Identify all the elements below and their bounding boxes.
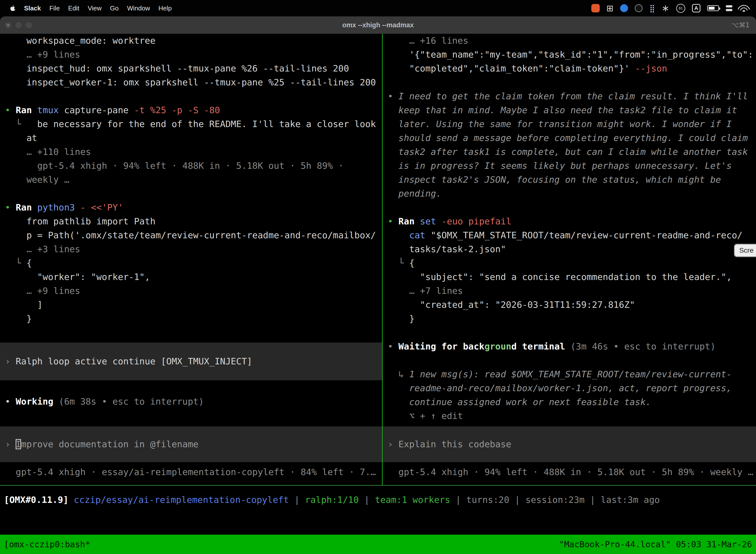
desktop: Slack FileEditViewGoWindowHelp ⊞⣿∗61 omx… <box>0 0 756 554</box>
menu-bar: Slack FileEditViewGoWindowHelp ⊞⣿∗61 <box>0 0 756 16</box>
ralph-loop-banner: › Ralph loop active continue [OMX_TMUX_I… <box>0 342 382 380</box>
terminal-line: • Ran tmux capture-pane -t %25 -p -S -80 <box>0 103 382 117</box>
terminal-line: tasks/task-2.json" <box>383 242 756 256</box>
terminal-line: from pathlib import Path <box>0 214 382 228</box>
scrollback-left: workspace_mode: worktree … +9 lines insp… <box>0 34 382 326</box>
screen-tooltip[interactable]: Scre <box>734 244 756 257</box>
text-tool-icon[interactable] <box>692 4 700 12</box>
terminal-line: … +110 lines <box>0 145 382 159</box>
tmux-status-bar: [omx-cczip0:bash* "MacBook-Pro-44.local"… <box>0 535 756 554</box>
tmux-panes: workspace_mode: worktree … +9 lines insp… <box>0 34 756 485</box>
title-bar[interactable]: omx --xhigh --madmax ⌥⌘1 <box>0 16 756 34</box>
battery-icon[interactable] <box>707 5 719 11</box>
blue-app-icon[interactable] <box>620 4 628 12</box>
apple-menu-icon[interactable] <box>5 4 20 12</box>
menu-items: FileEditViewGoWindowHelp <box>45 4 176 12</box>
terminal-line: • Waiting for background terminal (3m 46… <box>383 340 756 353</box>
pane-border-horizontal <box>0 485 756 486</box>
terminal-line: } <box>383 312 756 326</box>
status-icons: ⊞⣿∗61 <box>591 3 751 14</box>
terminal-line: inspect_hud: omx sparkshell --tmux-pane … <box>0 62 382 75</box>
menu-item-go[interactable]: Go <box>106 4 123 12</box>
terminal-line: • Ran set -euo pipefail <box>383 214 756 228</box>
scrollback-right: … +16 lines '{"team_name":"my-team","tas… <box>383 34 756 423</box>
terminal-line: should send a message before completing … <box>383 131 756 145</box>
menu-item-view[interactable]: View <box>83 4 106 12</box>
terminal-line <box>0 187 382 201</box>
terminal-line <box>383 326 756 340</box>
prompt-input-right[interactable]: › Explain this codebase <box>383 427 756 462</box>
terminal-line: p = Path('.omx/state/team/review-current… <box>0 228 382 242</box>
tmux-host-time-label: "MacBook-Pro-44.local" 05:03 31-Mar-26 <box>559 539 752 549</box>
terminal-window: omx --xhigh --madmax ⌥⌘1 workspace_mode:… <box>0 16 756 554</box>
prompt-input-left[interactable]: › Improve documentation in @filename <box>0 427 382 462</box>
terminal-line: cat "$OMX_TEAM_STATE_ROOT/team/review-cu… <box>383 228 756 242</box>
battery-gauge-icon[interactable]: 61 <box>676 4 685 13</box>
terminal-line: • I need to get the claim token from the… <box>383 89 756 103</box>
terminal-line: └ { <box>0 256 382 270</box>
menu-item-slack[interactable]: Slack <box>20 4 45 12</box>
model-status-left: gpt-5.4 xhigh · essay/ai-reimplementatio… <box>0 465 382 479</box>
terminal-line: … +3 lines <box>0 242 382 256</box>
terminal-line: … +16 lines <box>383 34 756 48</box>
terminal-line: readme-and-reco/mailbox/worker-1.json, a… <box>383 381 756 395</box>
terminal-line: '{"team_name":"my-team","task_id":"1","f… <box>383 48 756 62</box>
terminal-line: } <box>0 312 382 326</box>
window-shortcut-hint: ⌥⌘1 <box>732 21 756 29</box>
terminal-line <box>0 89 382 103</box>
zoom-button[interactable] <box>26 22 32 28</box>
spacer <box>0 408 382 427</box>
terminal-line: keep that in mind. Maybe I also need the… <box>383 103 756 117</box>
terminal-line: … +9 lines <box>0 284 382 298</box>
terminal-line: is in progress? It seems likely but perh… <box>383 159 756 173</box>
terminal-line: workspace_mode: worktree <box>0 34 382 48</box>
model-status-right: gpt-5.4 xhigh · 94% left · 488K in · 5.1… <box>383 465 756 479</box>
asterisk-app-icon[interactable]: ∗ <box>662 3 670 14</box>
terminal-line <box>383 353 756 367</box>
terminal-line: inspect_worker-1: omx sparkshell --tmux-… <box>0 75 382 89</box>
tmux-session-label: [omx-cczip0:bash* <box>4 539 90 549</box>
wifi-icon[interactable] <box>739 5 749 12</box>
terminal-line: "worker": "worker-1", <box>0 270 382 284</box>
menu-item-edit[interactable]: Edit <box>64 4 83 12</box>
terminal-line: continue assigned work or next feasible … <box>383 395 756 409</box>
pane-right[interactable]: … +16 lines '{"team_name":"my-team","tas… <box>383 34 756 485</box>
terminal-line: ⌥ + ↑ edit <box>383 409 756 423</box>
terminal-line: ] <box>0 298 382 312</box>
screen-recording-indicator-icon[interactable] <box>591 4 600 12</box>
menu-item-file[interactable]: File <box>45 4 64 12</box>
terminal-line: at <box>0 131 382 145</box>
terminal-line: "subject": "send a concise recommendatio… <box>383 270 756 284</box>
terminal-line: pending. <box>383 187 756 201</box>
window-controls <box>0 22 32 28</box>
terminal-line: • Ran python3 - <<'PY' <box>0 201 382 214</box>
minimize-button[interactable] <box>15 22 21 28</box>
terminal-line: … +7 lines <box>383 284 756 298</box>
terminal-line: "created_at": "2026-03-31T11:59:27.816Z" <box>383 298 756 312</box>
record-app-icon[interactable] <box>635 4 643 12</box>
omx-status-line: [OMX#0.11.9] cczip/essay/ai-reimplementa… <box>0 493 756 507</box>
terminal-line: ↳ 1 new msg(s): read $OMX_TEAM_STATE_ROO… <box>383 367 756 381</box>
menu-item-window[interactable]: Window <box>123 4 154 12</box>
terminal-line <box>383 201 756 214</box>
menu-item-help[interactable]: Help <box>154 4 176 12</box>
ralph-loop-banner-text: › Ralph loop active continue [OMX_TMUX_I… <box>0 354 252 368</box>
terminal-line: task2 after task1 is complete, but can I… <box>383 145 756 159</box>
terminal-line: … +9 lines <box>0 48 382 62</box>
terminal-line: └ { <box>383 256 756 270</box>
terminal-line <box>383 75 756 89</box>
working-status: • Working (6m 38s • esc to interrupt) <box>0 395 382 408</box>
close-button[interactable] <box>5 22 11 28</box>
terminal-line: gpt-5.4 xhigh · 94% left · 488K in · 5.1… <box>0 159 382 173</box>
terminal-line: └ be necessary for the end of the README… <box>0 117 382 131</box>
terminal-line: "completed","claim_token":"claim-token"}… <box>383 62 756 75</box>
window-grid-icon[interactable]: ⊞ <box>607 3 614 13</box>
control-center-icon[interactable] <box>726 5 733 11</box>
dots-grid-icon[interactable]: ⣿ <box>649 4 655 13</box>
window-title: omx --xhigh --madmax <box>0 21 756 29</box>
terminal-line: weekly … <box>0 173 382 187</box>
prompt-input-right-text: › Explain this codebase <box>383 437 511 451</box>
spacer <box>383 423 756 427</box>
prompt-input-left-text: › Improve documentation in @filename <box>0 437 198 451</box>
pane-left[interactable]: workspace_mode: worktree … +9 lines insp… <box>0 34 382 485</box>
